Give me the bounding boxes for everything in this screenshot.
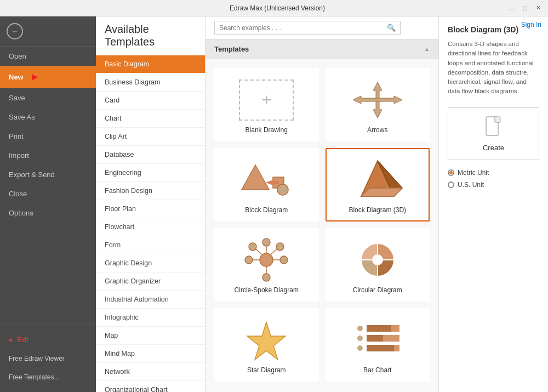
circular-diagram-label: Circular Diagram (353, 286, 402, 294)
options-label: Options (9, 209, 33, 217)
circle-spoke-preview (236, 238, 296, 282)
sidebar-item-exit[interactable]: ● Exit (0, 331, 96, 349)
import-label: Import (9, 151, 29, 160)
svg-point-21 (276, 243, 284, 251)
sidebar: ← Open New ► Save Save As Print Import (0, 16, 96, 392)
bar-chart-label: Bar Chart (363, 366, 391, 374)
category-item-graphic-organizer[interactable]: Graphic Organizer (96, 272, 205, 291)
sidebar-item-open[interactable]: Open (0, 47, 96, 66)
category-item-infographic[interactable]: Infographic (96, 309, 205, 327)
category-item-flowchart[interactable]: Flowchart (96, 218, 205, 236)
template-star[interactable]: Star Diagram (214, 308, 319, 382)
template-blank-drawing[interactable]: + Blank Drawing (214, 68, 319, 141)
metric-radio[interactable] (448, 169, 454, 176)
template-circular-diagram[interactable]: Circular Diagram (326, 228, 430, 302)
category-item-graphic-design[interactable]: Graphic Design (96, 254, 205, 272)
category-item-engineering[interactable]: Engineering (96, 164, 205, 182)
sidebar-item-free-viewer[interactable]: Free Edraw Viewer (0, 349, 96, 368)
category-item-form[interactable]: Form (96, 236, 205, 254)
category-item-network[interactable]: Network (96, 363, 205, 381)
save-label: Save (9, 94, 25, 102)
category-item-org-chart[interactable]: Organizational Chart (96, 381, 205, 392)
block-diagram-svg (239, 160, 294, 201)
svg-point-19 (280, 256, 288, 264)
maximize-button[interactable]: □ (520, 3, 530, 14)
template-block-diagram-3d[interactable]: Block Diagram (3D) (326, 148, 430, 221)
sidebar-item-options[interactable]: Options (0, 203, 96, 223)
us-unit-label: U.S. Unit (458, 181, 484, 189)
svg-point-9 (260, 253, 273, 266)
titlebar: Edraw Max (Unlicensed Version) — □ ✕ (0, 0, 548, 16)
templates-grid: + Blank Drawing Arro (206, 59, 438, 390)
category-item-floor-plan[interactable]: Floor Plan (96, 200, 205, 218)
svg-point-30 (357, 326, 363, 331)
minimize-button[interactable]: — (506, 3, 517, 14)
sidebar-item-close[interactable]: Close (0, 184, 96, 203)
new-label: New (9, 73, 24, 81)
sidebar-item-save[interactable]: Save (0, 88, 96, 107)
category-item-fashion-design[interactable]: Fashion Design (96, 182, 205, 200)
circular-diagram-svg (350, 238, 405, 282)
sidebar-item-import[interactable]: Import (0, 146, 96, 165)
content-area: Available Templates Basic Diagram Busine… (96, 16, 548, 392)
sidebar-item-save-as[interactable]: Save As (0, 107, 96, 127)
circle-spoke-label: Circle-Spoke Diagram (235, 286, 299, 294)
category-item-mind-map[interactable]: Mind Map (96, 345, 205, 363)
us-unit-option[interactable]: U.S. Unit (448, 181, 539, 189)
app-title: Edraw Max (Unlicensed Version) (48, 4, 506, 12)
blank-drawing-label: Blank Drawing (246, 126, 288, 134)
info-description: Contains 3-D shapes and directional line… (448, 39, 539, 96)
category-list: Basic Diagram Business Diagram Card Char… (96, 55, 205, 392)
arrows-label: Arrows (367, 126, 387, 134)
info-panel: Block Diagram (3D) Contains 3-D shapes a… (438, 16, 548, 392)
create-button[interactable]: Create (448, 107, 539, 160)
templates-header: Templates ▲ (206, 39, 438, 59)
exit-icon: ● (9, 336, 13, 344)
arrows-svg (350, 79, 405, 121)
template-block-diagram[interactable]: Block Diagram (214, 148, 319, 221)
sidebar-item-new[interactable]: New ► (0, 66, 96, 88)
search-input[interactable] (219, 24, 387, 32)
back-button[interactable]: ← (7, 23, 23, 39)
metric-unit-label: Metric Unit (458, 169, 489, 177)
sidebar-nav: Open New ► Save Save As Print Import Exp… (0, 47, 96, 325)
close-label: Close (9, 190, 27, 198)
close-button[interactable]: ✕ (533, 3, 544, 14)
open-label: Open (9, 52, 26, 60)
blank-drawing-preview: + (236, 78, 296, 122)
unit-options: Metric Unit U.S. Unit (448, 169, 539, 189)
star-svg (244, 320, 288, 361)
search-bar-container: 🔍 (206, 16, 438, 39)
sidebar-item-free-templates[interactable]: Free Templates... (0, 368, 96, 387)
template-bar-chart[interactable]: Bar Chart (326, 308, 430, 382)
star-preview (236, 318, 296, 362)
create-label: Create (483, 144, 504, 152)
svg-point-4 (277, 184, 288, 195)
svg-rect-25 (367, 325, 391, 332)
category-item-card[interactable]: Card (96, 92, 205, 110)
sidebar-item-print[interactable]: Print (0, 127, 96, 146)
sidebar-item-export-send[interactable]: Export & Send (0, 165, 96, 184)
category-item-map[interactable]: Map (96, 327, 205, 345)
category-item-clip-art[interactable]: Clip Art (96, 128, 205, 146)
svg-point-31 (357, 336, 363, 341)
category-item-chart[interactable]: Chart (96, 110, 205, 128)
svg-rect-27 (367, 335, 383, 342)
template-arrows[interactable]: Arrows (326, 68, 430, 141)
export-send-label: Export & Send (9, 171, 55, 179)
category-item-industrial-automation[interactable]: Industrial Automation (96, 291, 205, 309)
svg-point-17 (262, 274, 270, 281)
window-controls: — □ ✕ (506, 3, 544, 14)
svg-point-22 (372, 254, 383, 265)
svg-point-18 (245, 256, 253, 264)
metric-unit-option[interactable]: Metric Unit (448, 169, 539, 177)
templates-label: Templates (214, 45, 249, 53)
template-circle-spoke[interactable]: Circle-Spoke Diagram (214, 228, 319, 302)
sign-in-link[interactable]: Sign In (521, 21, 541, 29)
category-item-basic-diagram[interactable]: Basic Diagram (96, 55, 205, 73)
scroll-up-indicator[interactable]: ▲ (424, 46, 430, 52)
category-item-database[interactable]: Database (96, 146, 205, 164)
us-radio[interactable] (448, 181, 454, 188)
svg-point-32 (357, 345, 363, 351)
category-item-business-diagram[interactable]: Business Diagram (96, 73, 205, 92)
